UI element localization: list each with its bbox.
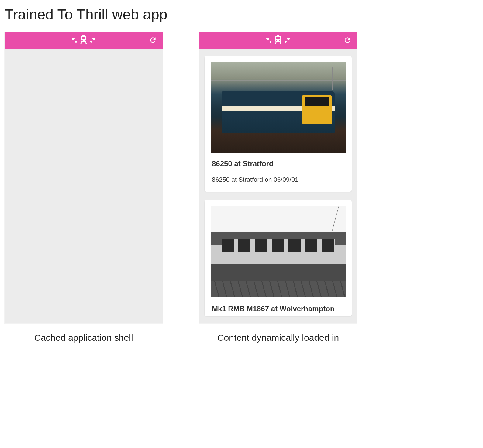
- content-area-loaded[interactable]: 86250 at Stratford 86250 at Stratford on…: [199, 49, 357, 323]
- panels-container: Cached application shell: [3, 32, 480, 343]
- train-icon: [79, 35, 88, 46]
- card-description: 86250 at Stratford on 06/09/01: [212, 176, 344, 183]
- app-logo: [266, 35, 290, 46]
- content-area-empty: [5, 49, 163, 323]
- panel-loaded: 86250 at Stratford 86250 at Stratford on…: [199, 32, 357, 343]
- phone-frame-shell: [5, 32, 163, 323]
- panel-shell: Cached application shell: [5, 32, 163, 343]
- app-header: [5, 32, 163, 49]
- app-header: [199, 32, 357, 49]
- refresh-button[interactable]: [343, 36, 352, 45]
- hearts-right-icon: [284, 36, 290, 45]
- page-title: Trained To Thrill web app: [5, 6, 480, 23]
- train-icon: [273, 35, 283, 46]
- svg-point-2: [81, 40, 83, 41]
- card-image: [211, 206, 346, 297]
- svg-rect-6: [276, 37, 280, 39]
- svg-rect-9: [277, 35, 279, 36]
- svg-point-7: [276, 40, 277, 41]
- caption-shell: Cached application shell: [5, 333, 163, 343]
- hearts-left-icon: [71, 36, 78, 45]
- card-title: 86250 at Stratford: [212, 159, 344, 168]
- app-logo: [71, 35, 96, 46]
- refresh-button[interactable]: [148, 36, 158, 45]
- hearts-left-icon: [266, 36, 273, 45]
- card-image: [211, 62, 346, 153]
- hearts-right-icon: [89, 36, 96, 45]
- card-title: Mk1 RMB M1867 at Wolverhampton: [212, 305, 344, 313]
- svg-rect-4: [82, 35, 85, 36]
- svg-point-8: [279, 40, 280, 41]
- phone-frame-loaded: 86250 at Stratford 86250 at Stratford on…: [199, 32, 357, 323]
- card-body: 86250 at Stratford 86250 at Stratford on…: [205, 153, 352, 192]
- card-body: Mk1 RMB M1867 at Wolverhampton: [205, 297, 352, 316]
- refresh-icon: [149, 36, 157, 45]
- card[interactable]: Mk1 RMB M1867 at Wolverhampton: [205, 200, 352, 316]
- svg-point-3: [85, 40, 86, 41]
- svg-rect-1: [82, 37, 85, 39]
- refresh-icon: [343, 36, 351, 45]
- caption-loaded: Content dynamically loaded in: [199, 333, 357, 343]
- card[interactable]: 86250 at Stratford 86250 at Stratford on…: [205, 56, 352, 192]
